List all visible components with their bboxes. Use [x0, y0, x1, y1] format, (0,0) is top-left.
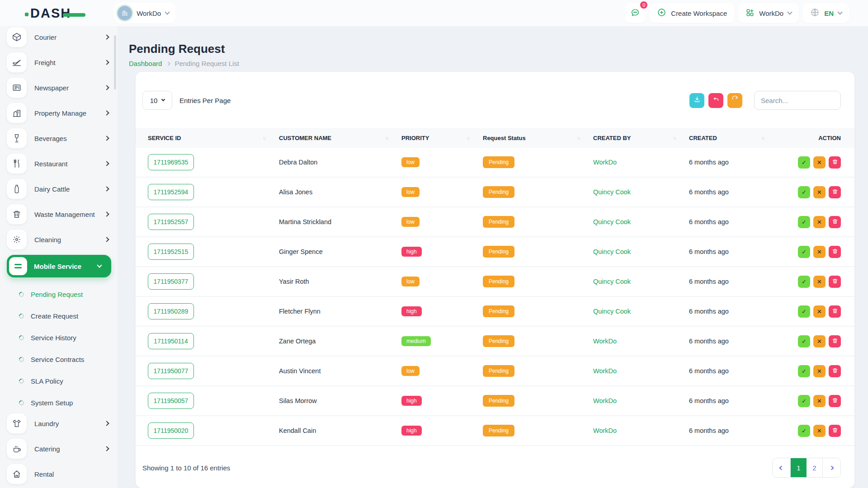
column-header-created[interactable]: CREATED↑↓ — [689, 135, 778, 141]
sort-icon[interactable]: ↑↓ — [577, 136, 580, 141]
reject-button[interactable]: ✕ — [813, 335, 826, 347]
sort-icon[interactable]: ↑↓ — [673, 136, 675, 141]
created-by-link[interactable]: WorkDo — [593, 397, 689, 404]
created-by-link[interactable]: WorkDo — [593, 367, 689, 375]
reject-button[interactable]: ✕ — [813, 425, 826, 437]
delete-button[interactable] — [829, 156, 841, 169]
sidebar-scrollbar[interactable] — [114, 35, 116, 89]
delete-button[interactable] — [829, 425, 841, 437]
approve-button[interactable]: ✓ — [798, 365, 810, 377]
delete-button[interactable] — [829, 216, 841, 228]
breadcrumb-dashboard-link[interactable]: Dashboard — [129, 60, 162, 67]
delete-button[interactable] — [829, 276, 841, 288]
sort-icon[interactable]: ↑↓ — [263, 136, 265, 141]
reject-button[interactable]: ✕ — [813, 186, 826, 198]
approve-button[interactable]: ✓ — [798, 395, 810, 407]
sidebar-item-courier[interactable]: Courier — [7, 27, 111, 47]
sidebar-item-catering[interactable]: Catering — [7, 439, 111, 459]
reject-button[interactable]: ✕ — [813, 246, 826, 258]
sidebar-item-newspaper[interactable]: Newspaper — [7, 78, 111, 98]
column-header-priority[interactable]: PRIORITY↑↓ — [401, 135, 483, 141]
sidebar-item-freight[interactable]: Freight — [7, 52, 111, 72]
approve-button[interactable]: ✓ — [798, 335, 810, 347]
service-id-chip[interactable]: 1711950057 — [148, 393, 194, 409]
workdo-menu-button[interactable]: WorkDo — [738, 3, 799, 23]
sidebar-subitem-pending-request[interactable]: Pending Request — [7, 283, 111, 305]
sidebar-item-dairy-cattle[interactable]: Dairy Cattle — [7, 179, 111, 199]
approve-button[interactable]: ✓ — [798, 216, 810, 228]
service-id-chip[interactable]: 1711952557 — [148, 214, 194, 230]
column-header-request-status[interactable]: Request Status↑↓ — [483, 135, 593, 141]
sidebar-subitem-sla-policy[interactable]: SLA Policy — [7, 370, 111, 392]
service-id-chip[interactable]: 1711950020 — [148, 422, 194, 439]
entries-per-page-select[interactable]: 10 — [142, 91, 172, 110]
service-id-chip[interactable]: 1711952515 — [148, 244, 194, 260]
sidebar-item-beverages[interactable]: Beverages — [7, 128, 111, 148]
delete-button[interactable] — [829, 186, 841, 198]
reset-button[interactable] — [708, 93, 723, 108]
created-by-link[interactable]: WorkDo — [593, 427, 689, 434]
approve-button[interactable]: ✓ — [798, 425, 810, 437]
approve-button[interactable]: ✓ — [798, 186, 810, 198]
column-header-service-id[interactable]: SERVICE ID↑↓ — [136, 135, 279, 141]
service-id-chip[interactable]: 1711950077 — [148, 363, 194, 379]
service-id-chip[interactable]: 1711950114 — [148, 333, 194, 349]
approve-button[interactable]: ✓ — [798, 246, 810, 258]
approve-button[interactable]: ✓ — [798, 305, 810, 318]
approve-button[interactable]: ✓ — [798, 276, 810, 288]
column-header-customer-name[interactable]: CUSTOMER NAME↑↓ — [279, 135, 401, 141]
approve-button[interactable]: ✓ — [798, 156, 810, 169]
delete-button[interactable] — [829, 395, 841, 407]
reject-button[interactable]: ✕ — [813, 305, 826, 318]
sidebar-subitem-service-history[interactable]: Service History — [7, 327, 111, 348]
reject-button[interactable]: ✕ — [813, 216, 826, 228]
sidebar-subitem-service-contracts[interactable]: Service Contracts — [7, 348, 111, 370]
next-page-button[interactable] — [822, 458, 840, 477]
created-by-link[interactable]: Quincy Cook — [593, 308, 689, 315]
chevron-right-icon — [104, 85, 109, 90]
language-selector[interactable]: EN — [803, 3, 849, 23]
reject-button[interactable]: ✕ — [813, 276, 826, 288]
sidebar-subitem-create-request[interactable]: Create Request — [7, 305, 111, 327]
page-2-button[interactable]: 2 — [807, 458, 822, 477]
created-by-link[interactable]: WorkDo — [593, 159, 689, 166]
refresh-button[interactable] — [727, 93, 742, 108]
created-by-link[interactable]: Quincy Cook — [593, 278, 689, 285]
search-input[interactable] — [754, 91, 841, 110]
service-id-chip[interactable]: 1711969535 — [148, 154, 194, 170]
reject-button[interactable]: ✕ — [813, 395, 826, 407]
create-workspace-button[interactable]: Create Workspace — [650, 3, 734, 23]
status-badge: Pending — [483, 305, 514, 317]
service-id-chip[interactable]: 1711952594 — [148, 184, 194, 200]
sidebar-item-waste-management[interactable]: Waste Management — [7, 204, 111, 224]
sort-icon[interactable]: ↑↓ — [467, 136, 469, 141]
delete-button[interactable] — [829, 305, 841, 318]
page-1-button[interactable]: 1 — [791, 458, 807, 477]
created-by-link[interactable]: Quincy Cook — [593, 248, 689, 255]
sidebar-item-rental[interactable]: Rental — [7, 464, 111, 484]
workspace-switcher[interactable]: WorkDo — [114, 3, 175, 23]
chat-button[interactable]: 0 — [625, 3, 646, 23]
sidebar-item-property-manage[interactable]: Property Manage — [7, 103, 111, 123]
column-header-created-by[interactable]: CREATED BY↑↓ — [593, 135, 689, 141]
created-by-link[interactable]: WorkDo — [593, 338, 689, 345]
previous-page-button[interactable] — [773, 458, 791, 477]
sidebar-subitem-system-setup[interactable]: System Setup — [7, 392, 111, 413]
sidebar-item-mobile-service[interactable]: Mobile Service — [7, 255, 111, 277]
reject-button[interactable]: ✕ — [813, 156, 826, 169]
export-button[interactable] — [689, 93, 704, 108]
sort-icon[interactable]: ↑↓ — [761, 136, 764, 141]
created-by-link[interactable]: Quincy Cook — [593, 188, 689, 196]
sort-icon[interactable]: ↑↓ — [385, 136, 388, 141]
delete-button[interactable] — [829, 335, 841, 347]
reject-button[interactable]: ✕ — [813, 365, 826, 377]
row-actions: ✓✕ — [778, 216, 854, 228]
service-id-chip[interactable]: 1711950289 — [148, 303, 194, 319]
sidebar-item-cleaning[interactable]: Cleaning — [7, 230, 111, 249]
sidebar-item-laundry[interactable]: Laundry — [7, 413, 111, 433]
delete-button[interactable] — [829, 365, 841, 377]
sidebar-item-restaurant[interactable]: Restaurant — [7, 154, 111, 174]
service-id-chip[interactable]: 1711950377 — [148, 273, 194, 290]
delete-button[interactable] — [829, 246, 841, 258]
created-by-link[interactable]: Quincy Cook — [593, 218, 689, 225]
